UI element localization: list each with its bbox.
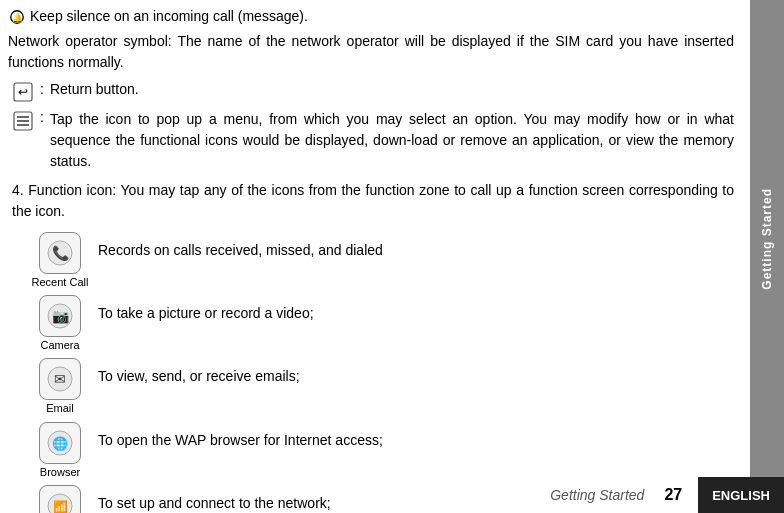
return-icon: ↩ (12, 81, 34, 103)
camera-label: Camera (40, 339, 79, 352)
svg-text:✉: ✉ (54, 371, 66, 387)
footer: Getting Started 27 ENGLISH (0, 477, 784, 513)
list-item: ✉ Email To view, send, or receive emails… (28, 358, 734, 415)
footer-page-number: 27 (664, 486, 682, 504)
icon-items-list: 📞 Recent Call Records on calls received,… (8, 232, 734, 513)
menu-description: Tap the icon to pop up a menu, from whic… (50, 109, 734, 172)
list-item: 📷 Camera To take a picture or record a v… (28, 295, 734, 352)
network-operator-text: Network operator symbol: The name of the… (8, 31, 734, 73)
browser-icon: 🌐 (46, 429, 74, 457)
recent-call-cell: 📞 Recent Call (28, 232, 92, 289)
recent-call-desc: Records on calls received, missed, and d… (98, 232, 383, 261)
right-sidebar: Getting Started (750, 0, 784, 477)
function-row: 4. Function icon: You may tap any of the… (8, 180, 734, 222)
main-content: 🔔 Keep silence on an incoming call (mess… (0, 0, 750, 513)
email-cell: ✉ Email (28, 358, 92, 415)
svg-text:↩: ↩ (18, 85, 28, 99)
camera-icon-box: 📷 (39, 295, 81, 337)
recent-call-label: Recent Call (32, 276, 89, 289)
camera-icon: 📷 (46, 302, 74, 330)
email-label: Email (46, 402, 74, 415)
email-icon-box: ✉ (39, 358, 81, 400)
return-label: Return button. (50, 81, 139, 97)
camera-cell: 📷 Camera (28, 295, 92, 352)
colon-menu: : (40, 109, 44, 125)
phone-icon: 📞 (46, 239, 74, 267)
svg-text:🌐: 🌐 (52, 435, 69, 452)
bell-icon: 🔔 (8, 9, 26, 25)
menu-icon (12, 110, 34, 132)
footer-language: ENGLISH (698, 477, 784, 513)
browser-cell: 🌐 Browser (28, 422, 92, 479)
recent-call-icon-box: 📞 (39, 232, 81, 274)
list-item: 🌐 Browser To open the WAP browser for In… (28, 422, 734, 479)
email-desc: To view, send, or receive emails; (98, 358, 300, 387)
svg-text:📞: 📞 (52, 245, 70, 262)
footer-section-title: Getting Started (550, 487, 644, 503)
return-row: ↩ : Return button. (8, 81, 734, 103)
svg-text:📷: 📷 (52, 308, 70, 325)
sidebar-label: Getting Started (760, 188, 774, 290)
camera-desc: To take a picture or record a video; (98, 295, 314, 324)
menu-row: : Tap the icon to pop up a menu, from wh… (8, 109, 734, 172)
intro-text: Keep silence on an incoming call (messag… (30, 8, 308, 24)
list-item: 📞 Recent Call Records on calls received,… (28, 232, 734, 289)
svg-text:🔔: 🔔 (12, 12, 24, 24)
browser-desc: To open the WAP browser for Internet acc… (98, 422, 383, 451)
function-intro: 4. Function icon: You may tap any of the… (12, 180, 734, 222)
browser-icon-box: 🌐 (39, 422, 81, 464)
colon-return: : (40, 81, 44, 97)
intro-line: 🔔 Keep silence on an incoming call (mess… (8, 8, 734, 25)
email-icon: ✉ (46, 365, 74, 393)
